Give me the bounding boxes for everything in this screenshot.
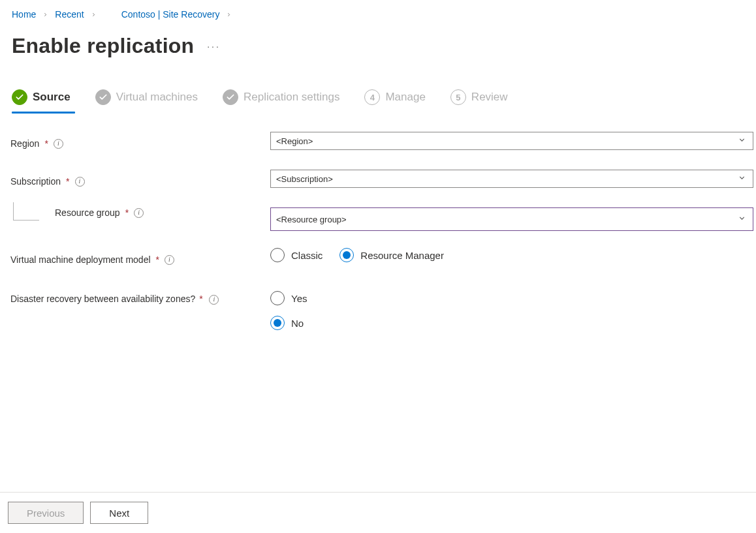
resource-group-dropdown[interactable]: <Resource group> <box>270 207 753 231</box>
required-indicator: * <box>125 207 129 218</box>
deployment-label-cell: Virtual machine deployment model * i <box>10 248 265 269</box>
check-circle-icon <box>95 89 111 105</box>
resource-group-control: <Resource group> <box>270 207 753 231</box>
chevron-right-icon <box>91 12 97 18</box>
required-indicator: * <box>156 254 159 265</box>
subscription-value: <Subscription> <box>276 174 333 184</box>
check-circle-icon <box>223 89 238 105</box>
subscription-label-cell: Subscription * i <box>10 170 265 190</box>
active-tab-underline <box>12 112 75 114</box>
radio-icon <box>270 248 285 262</box>
page-title: Enable replication <box>12 34 194 58</box>
deployment-label: Virtual machine deployment model <box>10 254 151 265</box>
deployment-radio-group: Classic Resource Manager <box>270 248 753 262</box>
deployment-control: Classic Resource Manager <box>270 248 753 269</box>
region-label: Region <box>10 138 39 149</box>
next-button[interactable]: Next <box>90 502 148 524</box>
dr-zones-yes-radio[interactable]: Yes <box>270 291 307 305</box>
chevron-right-icon <box>226 12 232 18</box>
check-circle-icon <box>12 89 27 105</box>
subscription-label: Subscription <box>10 176 61 187</box>
tab-replication-settings[interactable]: Replication settings <box>223 89 339 105</box>
dr-zones-label-cell: Disaster recovery between availability z… <box>10 291 219 312</box>
tab-label: Replication settings <box>244 91 339 104</box>
radio-icon <box>270 316 285 330</box>
region-control: <Region> <box>270 132 753 153</box>
breadcrumb-home-link[interactable]: Home <box>12 9 36 20</box>
info-icon[interactable]: i <box>54 139 63 149</box>
title-row: Enable replication ··· <box>12 34 746 58</box>
tab-virtual-machines[interactable]: Virtual machines <box>95 89 198 105</box>
required-indicator: * <box>66 176 69 187</box>
previous-button[interactable]: Previous <box>8 502 84 524</box>
tab-review[interactable]: 5 Review <box>450 89 508 105</box>
radio-label: Resource Manager <box>360 250 444 261</box>
radio-icon <box>270 291 285 305</box>
breadcrumb-contoso-link[interactable]: Contoso | Site Recovery <box>121 9 220 20</box>
tab-label: Review <box>471 91 508 104</box>
resource-group-value: <Resource group> <box>276 215 347 224</box>
radio-label: Classic <box>291 250 323 261</box>
breadcrumb: Home Recent Contoso | Site Recovery <box>10 7 746 22</box>
deployment-classic-radio[interactable]: Classic <box>270 248 323 262</box>
dr-zones-control: Yes No <box>270 291 753 330</box>
wizard-steps: Source Virtual machines Replication sett… <box>10 89 746 105</box>
dr-zones-label: Disaster recovery between availability z… <box>10 294 195 304</box>
region-dropdown[interactable]: <Region> <box>270 132 753 150</box>
radio-label: No <box>291 318 304 329</box>
resource-group-label: Resource group <box>55 207 120 218</box>
dr-zones-radio-group: Yes No <box>270 291 753 330</box>
radio-label: Yes <box>291 293 307 304</box>
chevron-down-icon <box>738 214 746 224</box>
enable-replication-page: Home Recent Contoso | Site Recovery Enab… <box>0 0 756 533</box>
source-form: Region * i <Region> Subscription * i <Su… <box>10 132 746 347</box>
tree-connector-icon <box>13 202 39 221</box>
tab-label: Source <box>33 91 71 104</box>
tab-manage[interactable]: 4 Manage <box>364 89 425 105</box>
info-icon[interactable]: i <box>209 295 219 305</box>
wizard-footer: Previous Next <box>0 492 756 533</box>
tab-label: Virtual machines <box>116 91 198 104</box>
more-options-button[interactable]: ··· <box>207 41 221 52</box>
info-icon[interactable]: i <box>165 255 174 265</box>
chevron-down-icon <box>738 174 746 184</box>
subscription-control: <Subscription> <box>270 170 753 190</box>
region-value: <Region> <box>276 136 313 146</box>
info-icon[interactable]: i <box>75 177 85 187</box>
tab-label: Manage <box>385 91 425 104</box>
region-label-cell: Region * i <box>10 132 265 153</box>
required-indicator: * <box>44 138 48 149</box>
chevron-right-icon <box>42 12 48 18</box>
info-icon[interactable]: i <box>134 208 144 218</box>
resource-group-label-cell: Resource group * i <box>10 207 265 228</box>
chevron-down-icon <box>738 136 746 146</box>
breadcrumb-recent-link[interactable]: Recent <box>55 9 84 20</box>
step-number-icon: 5 <box>450 89 466 105</box>
subscription-dropdown[interactable]: <Subscription> <box>270 170 753 188</box>
tab-source[interactable]: Source <box>12 89 71 105</box>
radio-icon <box>339 248 354 262</box>
required-indicator: * <box>199 294 202 304</box>
deployment-resource-manager-radio[interactable]: Resource Manager <box>339 248 444 262</box>
dr-zones-no-radio[interactable]: No <box>270 316 304 330</box>
step-number-icon: 4 <box>364 89 380 105</box>
